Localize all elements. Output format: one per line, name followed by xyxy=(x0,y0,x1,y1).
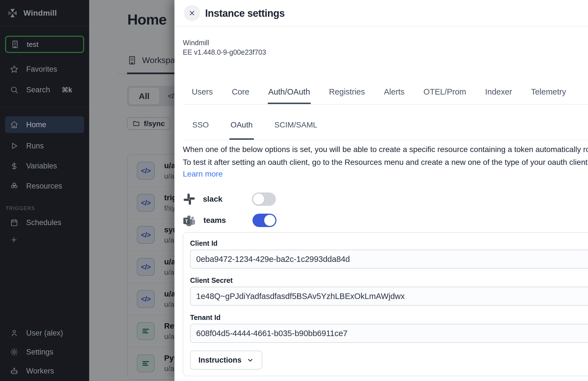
workspace-name: test xyxy=(27,40,38,49)
building-icon xyxy=(11,40,20,49)
svg-text:T: T xyxy=(185,219,188,224)
home-icon xyxy=(10,120,18,129)
play-icon xyxy=(10,142,18,150)
slack-toggle[interactable] xyxy=(252,192,276,206)
subtab-scim-saml[interactable]: SCIM/SAML xyxy=(273,118,319,140)
teams-oauth-config-card: Client Id Client Secret Tenant Id Instru… xyxy=(183,232,588,376)
instructions-button[interactable]: Instructions xyxy=(190,351,262,370)
plus-icon xyxy=(10,236,18,244)
toggle-knob xyxy=(253,194,264,205)
tab-core[interactable]: Core xyxy=(231,87,250,104)
sidebar-item-settings[interactable]: Settings xyxy=(5,345,84,359)
sidebar: Windmill test Favorites xyxy=(0,0,89,381)
tab-registries[interactable]: Registries xyxy=(329,87,366,104)
sidebar-spacer xyxy=(0,247,89,321)
subtab-oauth[interactable]: OAuth xyxy=(229,118,254,140)
close-icon xyxy=(188,9,196,17)
chevron-down-icon xyxy=(247,356,254,364)
slack-icon xyxy=(183,193,196,206)
sidebar-item-workers[interactable]: Workers xyxy=(5,364,84,378)
close-button[interactable] xyxy=(184,5,200,21)
sidebar-bottom: User (alex) Settings Workers xyxy=(0,321,89,381)
robot-icon xyxy=(10,367,18,375)
toggle-knob xyxy=(264,215,275,226)
sidebar-item-home[interactable]: Home xyxy=(5,116,84,133)
search-icon xyxy=(10,86,18,94)
tab-indexer[interactable]: Indexer xyxy=(485,87,513,104)
instructions-label: Instructions xyxy=(198,356,242,365)
boxes-icon xyxy=(10,182,18,190)
windmill-logo-icon xyxy=(7,8,18,18)
sidebar-item-favorites[interactable]: Favorites xyxy=(5,62,84,76)
oauth-description-line1: When one of the below options is set, yo… xyxy=(183,145,588,154)
tab-users[interactable]: Users xyxy=(191,87,213,104)
app-root: Windmill test Favorites xyxy=(0,0,588,381)
dollar-icon xyxy=(10,162,18,170)
slack-label: slack xyxy=(203,195,245,204)
version-info: Windmill EE v1.448.0-9-g00e23f703 xyxy=(183,38,266,57)
sidebar-item-label: Favorites xyxy=(26,65,57,74)
tab-otel-prom[interactable]: OTEL/Prom xyxy=(423,87,467,104)
sidebar-item-label: Search xyxy=(26,86,50,94)
client-secret-input[interactable] xyxy=(190,287,588,306)
sidebar-item-label: Variables xyxy=(26,162,57,170)
sidebar-add-button[interactable] xyxy=(5,233,84,247)
teams-toggle[interactable] xyxy=(252,214,276,227)
sidebar-item-runs[interactable]: Runs xyxy=(5,139,84,153)
sidebar-item-user[interactable]: User (alex) xyxy=(5,326,84,340)
slack-integration-row: slack xyxy=(183,191,276,207)
teams-integration-row: T teams xyxy=(183,213,276,228)
sidebar-item-label: Settings xyxy=(26,348,54,356)
drawer-header: Instance settings xyxy=(174,0,588,26)
settings-tabs: Users Core Auth/OAuth Registries Alerts … xyxy=(183,87,588,105)
calendar-icon xyxy=(10,218,18,227)
sidebar-item-label: Runs xyxy=(26,142,44,150)
sidebar-item-variables[interactable]: Variables xyxy=(5,159,84,173)
sidebar-item-resources[interactable]: Resources xyxy=(5,179,84,193)
teams-icon: T xyxy=(183,214,196,227)
tenant-id-input[interactable] xyxy=(190,324,588,343)
sidebar-item-search[interactable]: Search ⌘k xyxy=(5,83,84,97)
star-icon xyxy=(10,65,18,73)
tab-auth-oauth[interactable]: Auth/OAuth xyxy=(268,87,311,104)
client-id-input[interactable] xyxy=(190,250,588,269)
auth-subtabs: SSO OAuth SCIM/SAML xyxy=(183,118,588,140)
brand: Windmill xyxy=(0,0,89,26)
triggers-section-label: TRIGGERS xyxy=(6,206,84,211)
sidebar-item-label: Home xyxy=(26,120,46,129)
teams-label: teams xyxy=(203,216,245,225)
sidebar-item-schedules[interactable]: Schedules xyxy=(5,215,84,230)
tab-telemetry[interactable]: Telemetry xyxy=(530,87,567,104)
client-secret-label: Client Secret xyxy=(190,276,588,284)
tenant-id-label: Tenant Id xyxy=(190,314,588,322)
tab-alerts[interactable]: Alerts xyxy=(383,87,405,104)
oauth-description-line2: To test it after setting an oauth client… xyxy=(183,158,588,167)
app-name: Windmill xyxy=(183,38,266,47)
workspace-switcher[interactable]: test xyxy=(5,36,84,53)
drawer-title: Instance settings xyxy=(205,8,285,19)
gear-icon xyxy=(10,348,18,356)
sidebar-item-label: Schedules xyxy=(26,218,61,227)
instance-settings-drawer: Instance settings Windmill EE v1.448.0-9… xyxy=(174,0,588,381)
learn-more-link[interactable]: Learn more xyxy=(183,170,223,179)
sidebar-item-label: User (alex) xyxy=(26,329,63,337)
sidebar-item-label: Resources xyxy=(26,182,62,191)
subtab-sso[interactable]: SSO xyxy=(191,118,210,140)
search-shortcut: ⌘k xyxy=(62,86,72,94)
brand-name: Windmill xyxy=(23,9,57,18)
user-icon xyxy=(10,329,18,337)
version-string: EE v1.448.0-9-g00e23f703 xyxy=(183,47,266,57)
sidebar-divider xyxy=(0,107,89,107)
sidebar-item-label: Workers xyxy=(26,367,54,375)
client-id-label: Client Id xyxy=(190,239,588,247)
